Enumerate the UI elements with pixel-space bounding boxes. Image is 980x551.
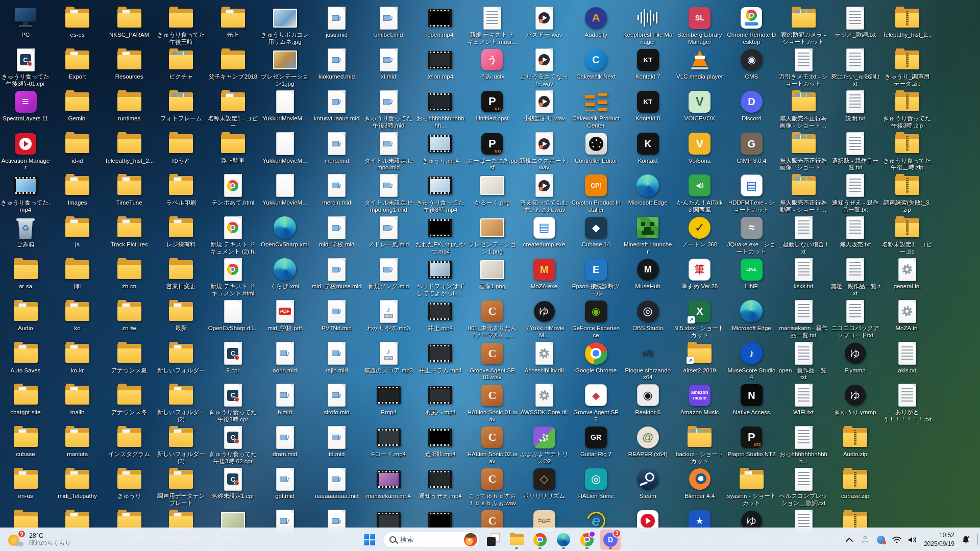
desktop-icon[interactable]: OpenCvSharp.dll... [208,298,258,332]
desktop-icon[interactable]: general.ini [882,257,932,290]
desktop-icon[interactable]: おっhhhhhhhhhhhh... [778,424,828,465]
desktop-icon[interactable]: VVoiSona [675,131,725,165]
desktop-icon[interactable]: ううみ.ustx [467,47,517,81]
desktop-icon[interactable]: GRGuitar Rig 7 [571,424,621,458]
desktop-icon[interactable]: KTKontakt 7 [623,47,673,81]
desktop-icon[interactable]: Microsoft Edge [623,173,673,207]
desktop-icon[interactable]: MMoZA.exe [519,257,569,290]
desktop-icon[interactable]: Telepathy_Inst_2... [882,5,932,39]
desktop-icon[interactable]: ゆうと [156,131,206,165]
desktop-icon[interactable]: Resources [104,47,154,81]
desktop-icon[interactable]: 新規 テキスト ドキュメント (2).html [208,215,258,256]
desktop-icon[interactable]: CHALion Sonic 02.wav [467,424,517,465]
desktop-icon[interactable]: C001_東北きりたん（ノーマル）_今じゃ... [467,298,517,339]
desktop-icon[interactable]: es-es [53,5,103,39]
desktop-icon[interactable]: cubase.zip [830,466,880,500]
desktop-icon[interactable]: Cきゅうり食ってた午後3時.cpr [208,383,258,423]
desktop-icon[interactable]: open - 親作品一覧.txt [778,341,828,382]
taskbar-button-snipping-app[interactable] [483,530,503,550]
desktop-icon[interactable]: 新しいフォルダー (3) [156,424,206,465]
desktop-icon[interactable]: ♪umibet.mid [363,5,413,39]
desktop-icon[interactable]: ありがとう！！！！！！.txt [882,383,932,423]
desktop-icon[interactable]: ♪td.mid [312,424,362,458]
desktop-icon[interactable]: 無題 - 親作品一覧.txt [830,257,880,297]
desktop-icon[interactable]: ◉CMS [726,47,776,81]
desktop-icon[interactable]: ♪rajio.mid [312,341,362,374]
desktop-icon[interactable]: C9.cpr [208,341,258,374]
desktop-icon[interactable]: YukkuriMovieM... [260,173,310,207]
desktop-icon[interactable]: ◀))かんたん！AITalk 3 関西風 [675,173,725,214]
desktop-icon[interactable]: sfzPlogue sforzando x64 [623,341,673,382]
desktop-icon[interactable]: Accessibility.dll [519,341,569,374]
desktop-icon[interactable]: 名称未設定1 - コピー [208,89,258,130]
desktop-icon[interactable]: NKSC_PARAM [104,5,154,39]
desktop-icon[interactable]: ♪kiokumed.mid [312,47,362,81]
desktop-icon[interactable]: ◇ポリリリリズム [519,466,569,500]
desktop-icon[interactable]: ラジオ_歌詞.txt [830,5,880,39]
desktop-icon[interactable]: YukkuriMovieM... [260,131,310,165]
desktop-icon[interactable]: ♪dram.mid [260,424,310,458]
taskbar-clock[interactable]: 10:52 2025/09/19 [924,531,954,547]
desktop-icon[interactable]: きゅうり食ってた午後三時 [156,5,206,46]
desktop-icon[interactable]: TimeTune [104,173,154,207]
desktop-icon[interactable]: レジ袋有料 [156,215,206,248]
desktop-icon[interactable]: WIFI.txt [778,383,828,416]
volume-icon[interactable] [906,532,919,547]
desktop-icon[interactable]: 最新 [156,298,206,332]
tray-app-blue-ball-icon[interactable] [874,532,888,547]
desktop-icon[interactable]: 新規エクスポート.wav [519,131,569,172]
desktop-icon[interactable]: きゅうり食ってた午後3時.mp4 [415,173,465,214]
desktop-icon[interactable]: amazonmusicAmazon Music [675,383,725,416]
desktop-icon[interactable]: きゅうり食ってた午後3時 .zip [882,89,932,130]
desktop-icon[interactable]: Cこってゅｈｄすおｆｄｓｂふぉ.wav [467,466,517,507]
desktop-icon[interactable]: ≡SpectraLayers 11 [1,89,51,122]
desktop-icon[interactable]: 画像1.png [467,257,517,290]
taskbar-button-file-explorer[interactable] [506,530,527,550]
desktop-icon[interactable]: ラベル印刷 [156,173,206,207]
desktop-icon[interactable]: ar-sa [1,257,51,290]
desktop-icon[interactable]: cubase [1,424,51,458]
desktop-icon[interactable]: ◎OBS Studio [623,298,673,332]
desktop-icon[interactable]: ♪kotusytuaaus.mid [312,89,362,122]
desktop-icon[interactable]: Minecraft Launcher [623,215,673,256]
desktop-icon[interactable]: 無人販売不正行為画像 - ショートカッ... [778,89,828,130]
desktop-icon[interactable]: _起動しない場合.txt [778,215,828,256]
desktop-icon[interactable]: CP!Crypton Product Installer [571,173,621,214]
desktop-icon[interactable]: MMuseHub [623,257,673,290]
desktop-icon[interactable]: よりうるさくなった.wav [519,47,569,88]
desktop-icon[interactable]: ♪新規ソング.mid [363,257,413,290]
desktop-icon[interactable]: 無人販売.txt [830,215,880,248]
desktop-icon[interactable]: きゅうり食ってた午後三時.zip [882,131,932,172]
desktop-icon[interactable]: インスタグラム [104,424,154,458]
desktop-icon[interactable]: ♪mid_学校muse.mid [312,257,362,290]
desktop-icon[interactable]: ksks.txt [778,257,828,290]
desktop-icon[interactable]: 通知うぜえ.mp4 [415,466,465,500]
desktop-icon[interactable]: PNT2Untitled.ppsf [467,89,517,122]
desktop-icon[interactable]: 調声練習(失敗)_3.zip [882,173,932,214]
notification-bell-dnd-icon[interactable]: z [959,532,972,547]
desktop-icon[interactable]: ゆF.ymmp [830,341,880,374]
desktop-icon[interactable]: ♪MP3わかりやす.mp3 [363,298,413,332]
desktop-icon[interactable]: Cきゅうり食ってた午後3時-01.cpr [1,47,51,88]
desktop-icon[interactable]: Blender 4.4 [675,466,725,500]
desktop-icon[interactable]: backup - ショートカット [675,424,725,465]
desktop-icon[interactable]: 無人販売不正行為動画 - ショートカット [778,173,828,214]
desktop-icon[interactable]: KTKontakt 8 [623,89,673,122]
desktop-icon[interactable]: PDFmid_学校.pdf [260,298,310,332]
desktop-icon[interactable]: manisekarin - 親作品一覧.txt [778,298,828,339]
desktop-icon[interactable]: VVOICEVOX [675,89,725,122]
desktop-icon[interactable]: プレゼンテーション1.png [467,215,517,256]
desktop-icon[interactable]: ぷぷよぷよ™テトリス®2 [519,424,569,465]
desktop-icon[interactable]: ♪メドレー風.mid [363,215,413,248]
desktop-icon[interactable]: Audio [1,298,51,332]
desktop-icon[interactable]: 営業日変更 [156,257,206,290]
desktop-icon[interactable]: CHALion Sonic 01.wav [467,383,517,423]
desktop-icon[interactable]: runtimes [104,89,154,122]
desktop-icon[interactable]: F.mp4 [363,383,413,416]
desktop-icon[interactable]: 家の防犯カメラ - ショートカット [778,5,828,46]
desktop-icon[interactable]: 父子キャンプ2018 [208,47,258,81]
desktop-icon[interactable]: ♪xl.mid [363,47,413,81]
desktop-icon[interactable]: ja [53,215,103,248]
desktop-icon[interactable]: ♪mero.mid [312,131,362,165]
desktop-icon[interactable]: きゅうり.mp4 [415,131,465,165]
